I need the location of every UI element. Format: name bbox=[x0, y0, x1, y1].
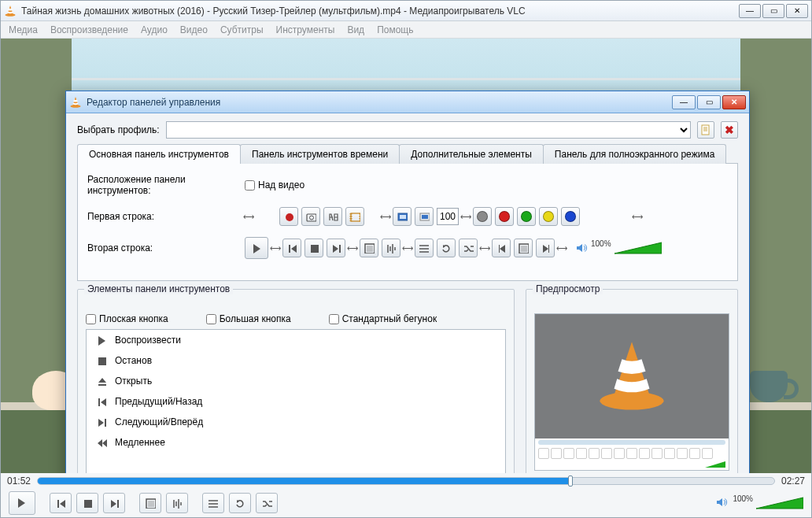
window-title: Тайная жизнь домашних животных (2016) - … bbox=[21, 6, 734, 17]
preview-box bbox=[534, 313, 729, 471]
menu-media[interactable]: Медиа bbox=[9, 24, 38, 35]
std-slider-checkbox[interactable]: Стандартный бегунок bbox=[329, 313, 437, 324]
expander-icon[interactable] bbox=[404, 243, 412, 253]
stop-icon bbox=[94, 355, 109, 366]
minimize-button[interactable]: — bbox=[739, 4, 761, 18]
zoom-field[interactable] bbox=[437, 208, 459, 225]
play-button[interactable] bbox=[9, 491, 35, 515]
menu-help[interactable]: Помощь bbox=[377, 24, 413, 35]
flat-button-checkbox[interactable]: Плоская кнопка bbox=[86, 313, 168, 324]
atob-button[interactable] bbox=[323, 207, 342, 226]
play-icon bbox=[94, 335, 109, 346]
list-item: Медленнее bbox=[87, 432, 505, 453]
time-current: 01:52 bbox=[7, 475, 31, 487]
list-item: Воспроизвести bbox=[87, 330, 505, 350]
main-controls: 100% bbox=[1, 489, 811, 517]
chapter-button[interactable] bbox=[514, 239, 533, 257]
eject-icon bbox=[94, 376, 109, 387]
expander-icon[interactable] bbox=[462, 212, 470, 221]
step-back-button[interactable] bbox=[492, 239, 511, 257]
maximize-button[interactable]: ▭ bbox=[762, 4, 784, 18]
menubar: Медиа Воспроизведение Аудио Видео Субтит… bbox=[1, 21, 811, 39]
svg-marker-17 bbox=[705, 461, 725, 468]
toolbar-editor-dialog: Редактор панелей управления — ▭ ✕ Выбрат… bbox=[65, 91, 750, 473]
close-button[interactable]: ✕ bbox=[786, 4, 808, 18]
next-button[interactable] bbox=[327, 239, 345, 257]
dialog-minimize-button[interactable]: — bbox=[672, 95, 696, 109]
menu-video[interactable]: Видео bbox=[180, 24, 208, 35]
fullscreen-button[interactable] bbox=[139, 493, 161, 513]
list-item: Предыдущий/Назад bbox=[87, 391, 505, 412]
tab-main-toolbar[interactable]: Основная панель инструментов bbox=[77, 144, 241, 164]
menu-audio[interactable]: Аудио bbox=[141, 24, 168, 35]
stop-button[interactable] bbox=[76, 493, 98, 513]
volume-label: 100% bbox=[591, 239, 611, 248]
color-grey[interactable] bbox=[473, 207, 492, 226]
loop-button[interactable] bbox=[229, 493, 251, 513]
big-button-checkbox[interactable]: Большая кнопка bbox=[206, 313, 291, 324]
speaker-icon[interactable] bbox=[715, 496, 729, 510]
dialog-close-button[interactable]: ✕ bbox=[722, 95, 746, 109]
fullscreen-button[interactable] bbox=[360, 239, 378, 257]
volume-slider[interactable] bbox=[615, 241, 662, 255]
menu-view[interactable]: Вид bbox=[347, 24, 364, 35]
prev-button[interactable] bbox=[50, 493, 72, 513]
color-red[interactable] bbox=[495, 207, 514, 226]
dialog-title: Редактор панелей управления bbox=[87, 97, 667, 108]
above-video-checkbox[interactable]: Над видео bbox=[245, 179, 304, 191]
volume-slider[interactable] bbox=[756, 496, 803, 510]
color-yellow[interactable] bbox=[539, 207, 558, 226]
row2-strip[interactable]: 100% bbox=[245, 237, 662, 259]
row2-label: Вторая строка: bbox=[87, 242, 237, 253]
expander-icon[interactable] bbox=[349, 243, 356, 253]
loop-button[interactable] bbox=[437, 239, 456, 257]
playlist-button[interactable] bbox=[202, 493, 224, 513]
frame-button[interactable] bbox=[345, 207, 364, 226]
expander-icon[interactable] bbox=[245, 212, 253, 221]
preview-seekbar bbox=[538, 440, 725, 445]
list-item: Останов bbox=[87, 350, 505, 371]
seekbar[interactable] bbox=[37, 477, 775, 485]
preview-group: Предпросмотр bbox=[526, 289, 738, 473]
expander-icon[interactable] bbox=[558, 243, 566, 253]
dialog-maximize-button[interactable]: ▭ bbox=[697, 95, 721, 109]
aspect1-button[interactable] bbox=[393, 207, 412, 226]
snapshot-button[interactable] bbox=[301, 207, 320, 226]
tab-fullscreen-panel[interactable]: Панель для полноэкранного режима bbox=[543, 144, 726, 164]
expander-icon[interactable] bbox=[382, 212, 389, 221]
eq-button[interactable] bbox=[166, 493, 188, 513]
play-button[interactable] bbox=[245, 237, 268, 259]
vlc-icon bbox=[4, 5, 17, 17]
menu-playback[interactable]: Воспроизведение bbox=[50, 24, 128, 35]
svg-marker-16 bbox=[615, 242, 662, 253]
expander-icon[interactable] bbox=[271, 243, 279, 253]
video-area: Редактор панелей управления — ▭ ✕ Выбрат… bbox=[1, 39, 811, 473]
color-blue[interactable] bbox=[561, 207, 580, 226]
step-fwd-button[interactable] bbox=[536, 239, 555, 257]
menu-subtitles[interactable]: Субтитры bbox=[220, 24, 264, 35]
tab-time-toolbar[interactable]: Панель инструментов времени bbox=[240, 144, 400, 164]
preview-legend: Предпросмотр bbox=[533, 283, 603, 294]
aspect2-button[interactable] bbox=[415, 207, 434, 226]
list-item: Открыть bbox=[87, 371, 505, 391]
record-button[interactable] bbox=[279, 207, 298, 226]
prev-button[interactable] bbox=[282, 239, 301, 257]
row1-strip[interactable] bbox=[245, 207, 641, 226]
eq-button[interactable] bbox=[382, 239, 400, 257]
color-green[interactable] bbox=[517, 207, 536, 226]
profile-new-button[interactable] bbox=[697, 121, 714, 139]
tab-extra-elements[interactable]: Дополнительные элементы bbox=[399, 144, 544, 164]
svg-rect-15 bbox=[702, 125, 709, 135]
next-button[interactable] bbox=[103, 493, 125, 513]
document-icon bbox=[700, 124, 711, 135]
shuffle-button[interactable] bbox=[459, 239, 478, 257]
stop-button[interactable] bbox=[304, 239, 323, 257]
playlist-button[interactable] bbox=[415, 239, 434, 257]
shuffle-button[interactable] bbox=[256, 493, 278, 513]
elements-list[interactable]: Воспроизвести Останов Открыть Предыдущий… bbox=[86, 329, 506, 473]
menu-tools[interactable]: Инструменты bbox=[276, 24, 335, 35]
expander-icon[interactable] bbox=[481, 243, 489, 253]
profile-select[interactable] bbox=[166, 121, 691, 139]
profile-delete-button[interactable]: ✖ bbox=[721, 121, 738, 139]
expander-icon[interactable] bbox=[633, 212, 641, 221]
